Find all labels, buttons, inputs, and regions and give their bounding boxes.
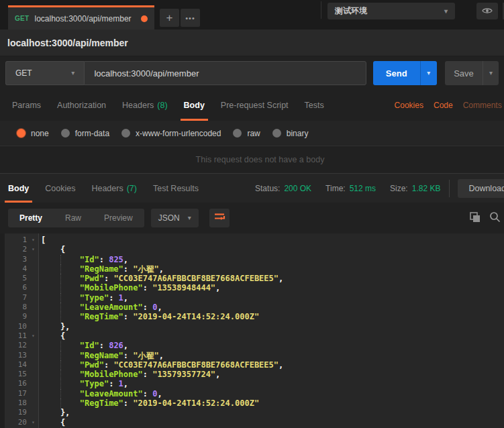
code-text: "Pwd": "CC03E747A6AFBBCBF8BE7668ACFEBEE5… xyxy=(40,274,283,283)
code-link[interactable]: Code xyxy=(434,101,453,110)
url-input[interactable] xyxy=(84,61,366,85)
code-line: 13 "RegName": "小翟", xyxy=(0,351,504,360)
body-type-options: none form-data x-www-form-urlencoded raw… xyxy=(0,121,504,146)
tab-tests[interactable]: Tests xyxy=(297,90,332,121)
fold-toggle-icon[interactable]: ▾ xyxy=(27,245,40,254)
wrap-text-button[interactable] xyxy=(209,209,230,227)
request-links: Cookies Code Comments ( xyxy=(395,90,504,121)
view-raw[interactable]: Raw xyxy=(54,209,93,227)
code-text: }, xyxy=(40,322,70,331)
radio-icon xyxy=(272,129,281,138)
fold-toggle-icon[interactable]: ▾ xyxy=(27,331,40,341)
code-line: 8 "LeaveAmount": 0, xyxy=(0,303,504,312)
fold-toggle-icon[interactable]: ▾ xyxy=(27,235,40,245)
chevron-down-icon: ▾ xyxy=(71,70,74,76)
chevron-down-icon: ▾ xyxy=(444,8,448,15)
request-tab[interactable]: GET localhost:3000/api/member xyxy=(8,5,154,30)
fold-spacer xyxy=(27,351,40,360)
tab-body[interactable]: Body xyxy=(176,90,213,121)
code-line: 2▾ { xyxy=(0,245,504,254)
time-value: 512 ms xyxy=(350,184,376,193)
radio-binary[interactable]: binary xyxy=(272,129,309,138)
tab-pre-request-script[interactable]: Pre-request Script xyxy=(213,90,297,121)
tab-headers[interactable]: Headers(8) xyxy=(114,90,176,121)
code-line: 1▾[ xyxy=(0,235,504,245)
url-builder-row: GET ▾ Send ▾ Save ▾ xyxy=(0,56,504,90)
fold-toggle-icon[interactable]: ▾ xyxy=(27,418,40,427)
radio-none[interactable]: none xyxy=(17,129,49,138)
radio-raw[interactable]: raw xyxy=(233,129,260,138)
environment-select[interactable]: 测试环境 ▾ xyxy=(327,3,455,19)
line-number: 4 xyxy=(0,264,27,274)
code-text: "RegName": "小翟", xyxy=(40,264,164,274)
send-button[interactable]: Send xyxy=(373,61,420,85)
code-text: }, xyxy=(40,408,70,417)
fold-spacer xyxy=(27,274,40,283)
response-headers-count-badge: (7) xyxy=(127,184,137,193)
response-actions xyxy=(469,211,501,225)
line-number: 1 xyxy=(0,235,27,245)
send-options-button[interactable]: ▾ xyxy=(420,61,437,85)
response-body-json[interactable]: 1▾[2▾ {3 "Id": 825,4 "RegName": "小翟",5 "… xyxy=(0,233,504,428)
radio-form-data[interactable]: form-data xyxy=(61,129,109,138)
cookies-link[interactable]: Cookies xyxy=(395,101,423,110)
view-pretty[interactable]: Pretty xyxy=(8,209,54,227)
language-select[interactable]: JSON ▾ xyxy=(151,209,199,227)
code-line: 6 "MobilePhone": "13538948444", xyxy=(0,283,504,292)
response-tab-test-results[interactable]: Test Results xyxy=(145,174,207,203)
divider xyxy=(321,1,321,19)
environment-preview-button[interactable] xyxy=(476,3,498,19)
tab-authorization[interactable]: Authorization xyxy=(49,90,114,121)
response-tab-cookies[interactable]: Cookies xyxy=(37,174,83,203)
method-select[interactable]: GET ▾ xyxy=(5,61,84,85)
new-tab-button[interactable]: + xyxy=(160,9,179,27)
code-text: "Id": 825, xyxy=(40,255,128,264)
fold-spacer xyxy=(27,255,40,264)
save-options-button[interactable]: ▾ xyxy=(483,61,499,85)
tab-params[interactable]: Params xyxy=(4,90,49,121)
code-text: "RegName": "小翟", xyxy=(40,351,164,360)
postman-window: GET localhost:3000/api/member + ••• 测试环境… xyxy=(0,0,504,428)
line-number: 5 xyxy=(0,274,27,283)
chevron-down-icon: ▾ xyxy=(427,70,430,76)
environment-name: 测试环境 xyxy=(335,5,367,17)
line-number: 13 xyxy=(0,351,27,360)
line-number: 3 xyxy=(0,255,27,264)
line-number: 6 xyxy=(0,283,27,292)
view-preview[interactable]: Preview xyxy=(93,209,144,227)
tab-method-label: GET xyxy=(15,15,29,22)
comments-link[interactable]: Comments ( xyxy=(463,101,504,110)
copy-button[interactable] xyxy=(469,211,481,225)
code-text: { xyxy=(40,331,65,341)
code-line: 17 "LeaveAmount": 0, xyxy=(0,389,504,398)
method-value: GET xyxy=(15,68,32,78)
code-line: 11▾ { xyxy=(0,331,504,341)
line-number: 10 xyxy=(0,322,27,331)
code-text: { xyxy=(40,418,65,427)
search-button[interactable] xyxy=(489,211,501,225)
save-button-group: Save ▾ xyxy=(445,61,499,85)
code-line: 14 "Pwd": "CC03E747A6AFBBCBF8BE7668ACFEB… xyxy=(0,360,504,370)
chevron-down-icon: ▾ xyxy=(489,70,493,76)
code-text: "Id": 826, xyxy=(40,341,128,350)
code-line: 12 "Id": 826, xyxy=(0,341,504,350)
fold-spacer xyxy=(27,303,40,312)
code-line: 9 "RegTime": "2019-04-24T14:52:24.000Z" xyxy=(0,312,504,321)
line-number: 18 xyxy=(0,398,27,408)
save-button[interactable]: Save xyxy=(445,61,483,85)
tab-options-button[interactable]: ••• xyxy=(181,9,200,27)
radio-selected-icon xyxy=(17,129,26,138)
status-value: 200 OK xyxy=(284,184,311,193)
download-button[interactable]: Download xyxy=(458,179,504,198)
line-number: 7 xyxy=(0,293,27,303)
code-line: 19 }, xyxy=(0,408,504,417)
response-tab-headers[interactable]: Headers(7) xyxy=(83,174,145,203)
line-number: 16 xyxy=(0,379,27,388)
radio-x-www-form-urlencoded[interactable]: x-www-form-urlencoded xyxy=(121,129,221,138)
response-tab-body[interactable]: Body xyxy=(0,174,37,203)
fold-spacer xyxy=(27,293,40,303)
line-number: 8 xyxy=(0,303,27,312)
code-line: 16 "Type": 1, xyxy=(0,379,504,388)
fold-spacer xyxy=(27,360,40,370)
code-text: { xyxy=(40,245,65,254)
